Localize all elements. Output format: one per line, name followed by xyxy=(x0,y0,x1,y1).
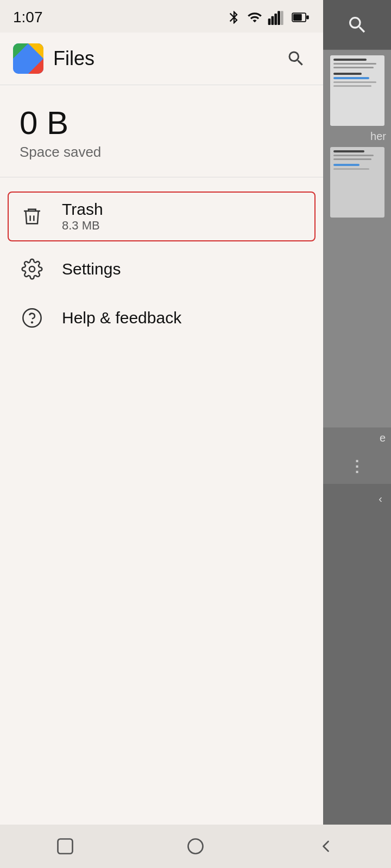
drawer-header: Files xyxy=(0,33,323,85)
svg-rect-0 xyxy=(268,18,271,25)
signal-icon xyxy=(268,10,286,25)
nav-back-icon xyxy=(316,837,336,856)
right-arrow: ‹ xyxy=(379,493,382,505)
svg-rect-1 xyxy=(272,16,274,25)
storage-amount: 0 B xyxy=(20,107,304,139)
right-panel-background: her e ⋮ ‹ Share xyxy=(323,0,391,868)
search-icon-right xyxy=(346,14,368,36)
status-icons xyxy=(226,10,310,25)
nav-square-icon xyxy=(55,837,75,856)
svg-rect-3 xyxy=(278,11,280,25)
svg-point-18 xyxy=(188,839,203,854)
svg-rect-4 xyxy=(281,11,283,25)
trash-text: Trash 8.3 MB xyxy=(62,200,103,233)
status-bar: 1:07 xyxy=(0,0,323,33)
app-icon xyxy=(13,43,43,74)
right-text-e: e xyxy=(323,427,391,449)
svg-point-15 xyxy=(23,309,41,327)
nav-home-button[interactable] xyxy=(174,833,217,860)
app-title-row: Files xyxy=(13,43,94,74)
menu-item-trash[interactable]: Trash 8.3 MB xyxy=(0,188,323,245)
settings-svg xyxy=(21,258,43,280)
trash-subtitle: 8.3 MB xyxy=(62,219,103,233)
trash-title: Trash xyxy=(62,200,103,219)
help-svg xyxy=(21,307,43,329)
doc-thumbnail-1 xyxy=(330,55,384,126)
doc-thumbnail-2 xyxy=(330,147,384,218)
svg-rect-6 xyxy=(293,14,302,21)
wifi-icon xyxy=(247,10,262,25)
settings-icon xyxy=(20,257,45,282)
nav-square-button[interactable] xyxy=(43,833,87,860)
help-icon xyxy=(20,305,45,330)
battery-icon xyxy=(292,10,310,25)
app-name: Files xyxy=(53,47,94,70)
help-text: Help & feedback xyxy=(62,309,181,327)
right-panel-content: her xyxy=(323,50,391,427)
navigation-drawer: 1:07 xyxy=(0,0,323,868)
nav-circle-icon xyxy=(186,837,205,856)
right-bottom: ‹ Share xyxy=(323,484,391,868)
settings-text: Settings xyxy=(62,260,121,278)
status-time: 1:07 xyxy=(13,9,43,26)
svg-rect-7 xyxy=(306,16,309,20)
svg-rect-17 xyxy=(58,839,73,854)
storage-label: Space saved xyxy=(20,144,304,161)
settings-title: Settings xyxy=(62,260,121,278)
right-panel-top xyxy=(323,0,391,50)
right-text-her: her xyxy=(370,130,388,143)
menu-item-help[interactable]: Help & feedback xyxy=(0,293,323,342)
bluetooth-icon xyxy=(226,10,242,25)
navigation-bar xyxy=(0,825,391,868)
storage-section: 0 B Space saved xyxy=(0,85,323,177)
svg-rect-2 xyxy=(274,14,277,25)
right-three-dots: ⋮ xyxy=(323,449,391,484)
search-icon xyxy=(286,49,306,68)
search-button[interactable] xyxy=(282,44,310,73)
app-icon-svg xyxy=(13,43,43,74)
menu-items: Trash 8.3 MB Settings xyxy=(0,177,323,826)
help-title: Help & feedback xyxy=(62,309,181,327)
trash-icon xyxy=(20,204,45,229)
svg-point-14 xyxy=(29,266,35,272)
trash-svg xyxy=(21,206,43,227)
menu-item-settings[interactable]: Settings xyxy=(0,245,323,293)
nav-back-button[interactable] xyxy=(304,833,348,860)
